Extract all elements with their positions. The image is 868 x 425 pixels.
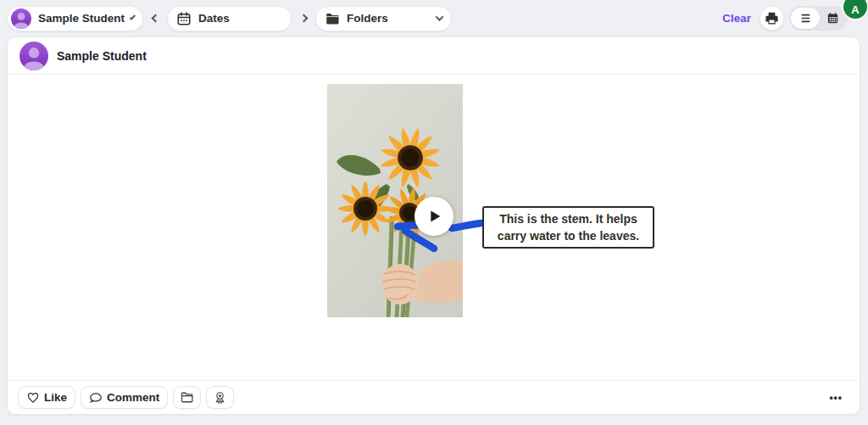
post-content: This is the stem. It helps carry water t… bbox=[8, 75, 860, 381]
play-button[interactable] bbox=[415, 197, 453, 236]
folder-icon bbox=[180, 390, 194, 405]
heart-icon bbox=[26, 391, 40, 405]
annotation-text-box[interactable]: This is the stem. It helps carry water t… bbox=[482, 206, 654, 249]
print-button[interactable] bbox=[760, 6, 784, 31]
post-author-name: Sample Student bbox=[57, 49, 147, 63]
chevron-right-icon bbox=[299, 14, 308, 23]
calendar-view-icon bbox=[826, 12, 839, 25]
previous-date-button[interactable] bbox=[148, 12, 162, 25]
journal-page: { "filter_bar": { "student_selector": { … bbox=[0, 0, 868, 425]
chevron-down-icon bbox=[436, 13, 444, 21]
chevron-left-icon bbox=[151, 14, 159, 23]
chevron-down-icon bbox=[130, 14, 136, 20]
folders-filter-label: Folders bbox=[347, 12, 430, 25]
award-icon bbox=[213, 390, 227, 405]
folders-filter-dropdown[interactable]: Folders bbox=[315, 6, 452, 31]
author-avatar[interactable] bbox=[19, 42, 48, 70]
comment-bubble-icon bbox=[89, 391, 103, 405]
student-selector-label: Sample Student bbox=[38, 12, 125, 25]
account-initial: A bbox=[851, 3, 859, 16]
filter-bar: Sample Student Dates Folders bbox=[0, 0, 868, 36]
calendar-icon bbox=[176, 11, 192, 26]
student-avatar-icon bbox=[11, 8, 31, 29]
calendar-view-button[interactable] bbox=[820, 8, 846, 29]
add-skill-button[interactable] bbox=[206, 386, 234, 409]
list-view-button[interactable] bbox=[791, 8, 820, 29]
view-toggle bbox=[789, 6, 848, 31]
next-date-button[interactable] bbox=[297, 12, 310, 25]
post-header: Sample Student bbox=[8, 37, 860, 75]
folder-icon bbox=[325, 11, 340, 26]
dates-filter-label: Dates bbox=[198, 12, 282, 25]
printer-icon bbox=[765, 11, 779, 25]
like-label: Like bbox=[44, 391, 67, 404]
post-action-bar: Like Comment bbox=[8, 380, 860, 414]
list-view-icon bbox=[799, 12, 812, 25]
like-button[interactable]: Like bbox=[18, 386, 75, 409]
comment-button[interactable]: Comment bbox=[81, 386, 168, 409]
dates-filter-dropdown[interactable]: Dates bbox=[167, 6, 292, 31]
clear-filters-button[interactable]: Clear bbox=[722, 12, 751, 25]
add-to-folder-button[interactable] bbox=[173, 386, 201, 409]
student-selector-dropdown[interactable]: Sample Student bbox=[7, 6, 143, 31]
play-icon bbox=[425, 207, 443, 226]
comment-label: Comment bbox=[107, 391, 159, 404]
journal-post-card: Sample Student bbox=[7, 36, 860, 415]
more-options-button[interactable]: ••• bbox=[829, 392, 843, 404]
